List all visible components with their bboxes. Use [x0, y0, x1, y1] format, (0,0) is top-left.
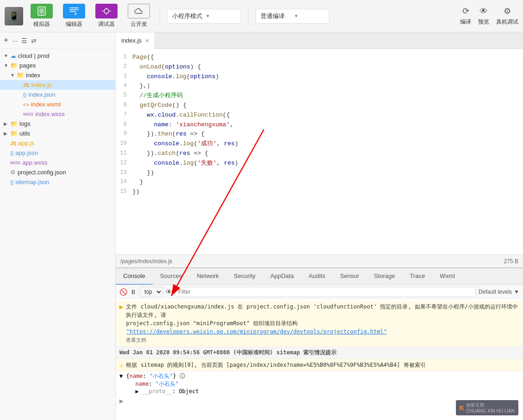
json-icon: {} [10, 150, 13, 156]
devtools-tab-network[interactable]: Network [189, 268, 226, 285]
line-num-7: 7 [116, 111, 132, 120]
sitemap-label: sitemap.json [15, 179, 49, 185]
console-filter-input[interactable] [175, 287, 476, 297]
sidebar-item-index-js[interactable]: ▶ JS index.js [0, 80, 115, 90]
devtools-tab-console[interactable]: Console [116, 268, 153, 285]
json-icon: {} [23, 92, 26, 98]
eye-icon: 👁 [166, 288, 172, 296]
default-levels-button[interactable]: Default levels ▼ [479, 289, 519, 295]
config-doc-link[interactable]: "https://developers.weixin.qq.com/minipr… [126, 328, 387, 335]
sidebar-item-app-wxss[interactable]: ▶ wxss app.wxss [0, 158, 115, 167]
app-wxss-label: app.wxss [22, 159, 47, 166]
index-wxss-label: index.wxss [35, 111, 65, 117]
file-size: 275 B [504, 258, 518, 265]
sidebar: + ··· ☰ ⇄ ▼ ☁ cloud | prod ▼ 📁 pages [0, 32, 116, 420]
filter-button[interactable]: ☰ [21, 37, 27, 44]
console-message-1-text: 文件 cloud/xiaochengxuma/index.js 在 projec… [126, 303, 519, 345]
devtools-toolbar: 🚫 ⏸ top 👁 Default levels ▼ [116, 285, 523, 299]
devtools-tab-audits[interactable]: Audits [301, 268, 333, 285]
tree-name-property: name: "小石头" [119, 380, 519, 388]
collapse-button[interactable]: ⇄ [31, 37, 37, 44]
tab-index-js[interactable]: index.js × [116, 32, 155, 49]
preview-button[interactable]: 👁 预览 [478, 6, 489, 26]
json-icon: {} [10, 179, 13, 185]
default-levels-label: Default levels [479, 289, 512, 295]
svg-rect-1 [39, 8, 44, 13]
console-message-2-text: 根据 sitemap 的规则[0], 当前页面 [pages/index/ind… [126, 361, 519, 369]
tree-root[interactable]: ▼ {name: "小石头"} ⓘ [119, 372, 519, 380]
debugger-icon [95, 4, 118, 19]
compile-dropdown-value: 普通编译 [261, 12, 291, 20]
line-code-1: Page({ [132, 53, 523, 62]
refresh-button[interactable]: ⟳ 编译 [460, 6, 471, 26]
simulator-button[interactable]: 模拟器 [28, 4, 56, 28]
devtools-tab-security[interactable]: Security [226, 268, 263, 285]
sidebar-item-app-json[interactable]: ▶ {} app.json [0, 148, 115, 158]
cloud-button[interactable]: 云开发 [125, 4, 153, 28]
sidebar-item-app-js[interactable]: ▶ JS app.js [0, 138, 115, 148]
svg-point-3 [104, 9, 109, 13]
sidebar-item-cloud-prod[interactable]: ▼ ☁ cloud | prod [0, 51, 115, 61]
add-file-button[interactable]: + [4, 36, 9, 45]
devtools-tab-trace[interactable]: Trace [403, 268, 433, 285]
file-tree: ▼ ☁ cloud | prod ▼ 📁 pages ▼ 📁 index [0, 49, 115, 420]
devtools-tab-wxml[interactable]: Wxml [432, 268, 462, 285]
mode-dropdown[interactable]: 小程序模式 ▼ [167, 9, 241, 24]
line-num-12: 12 [116, 159, 132, 168]
console-clear-button[interactable]: 🚫 [119, 288, 127, 296]
code-line-7: 7 wx.cloud.callFunction({ [116, 111, 523, 120]
js-icon: JS [10, 141, 16, 146]
console-pause-button[interactable]: ⏸ [130, 288, 137, 296]
sidebar-item-project-config[interactable]: ▶ ⚙ project.config.json [0, 167, 115, 177]
sidebar-item-index-wxss[interactable]: ▶ wxss index.wxss [0, 109, 115, 119]
folder-icon: 📁 [17, 72, 24, 79]
devtools-tab-sensor[interactable]: Sensor [333, 268, 367, 285]
editor-icon [63, 4, 85, 19]
debugger-label: 调试器 [98, 20, 115, 28]
folder-icon: 📁 [10, 130, 18, 137]
config-icon: ⚙ [10, 169, 16, 176]
line-code-5: //生成小程序码 [132, 91, 523, 101]
debugger-button[interactable]: 调试器 [93, 4, 120, 28]
logs-label: logs [19, 120, 31, 127]
expand-arrow: ▼ [4, 63, 10, 68]
sidebar-item-utils[interactable]: ▶ 📁 utils [0, 129, 115, 138]
devtools-tab-sources[interactable]: Sources [153, 268, 190, 285]
wxss-icon: wxss [10, 160, 20, 165]
sidebar-item-index-json[interactable]: ▶ {} index.json [0, 90, 115, 99]
realdev-button[interactable]: ⚙ 真机调试 [496, 6, 518, 26]
editor-label: 编辑器 [66, 20, 82, 28]
line-code-10: console.log('成功', res) [132, 139, 523, 149]
editor-button[interactable]: 编辑器 [60, 4, 88, 28]
sidebar-item-index-wxml[interactable]: ▶ <> index.wxml [0, 99, 115, 109]
sidebar-item-logs[interactable]: ▶ 📁 logs [0, 119, 115, 129]
console-message-2: ⚠ 根据 sitemap 的规则[0], 当前页面 [pages/index/i… [116, 359, 523, 371]
line-num-6: 6 [116, 101, 132, 111]
devtools-panel: Console Sources Network Security AppData… [116, 267, 523, 420]
compile-dropdown[interactable]: 普通编译 ▼ [255, 9, 330, 24]
realdev-label: 真机调试 [496, 18, 518, 26]
context-selector[interactable]: top [139, 287, 163, 297]
wxss-icon: wxss [23, 111, 33, 117]
sidebar-item-index-folder[interactable]: ▼ 📁 index [0, 70, 115, 80]
separator-2 [248, 7, 249, 25]
warn-icon-2: ⚠ [119, 361, 123, 369]
close-tab-button[interactable]: × [145, 37, 149, 44]
mode-dropdown-value: 小程序模式 [172, 12, 203, 20]
tree-proto[interactable]: ▶ __proto__: Object [119, 388, 519, 395]
devtools-tab-storage[interactable]: Storage [367, 268, 403, 285]
sidebar-item-sitemap[interactable]: ▶ {} sitemap.json [0, 177, 115, 187]
line-code-9: }).then(res => { [132, 130, 523, 139]
line-num-14: 14 [116, 178, 132, 187]
utils-label: utils [19, 130, 30, 137]
editor-footer: /pages/index/index.js 275 B [116, 254, 523, 267]
sidebar-item-pages[interactable]: ▼ 📁 pages [0, 61, 115, 70]
mode-dropdown-arrow: ▼ [205, 13, 236, 19]
code-line-14: 14 } [116, 178, 523, 187]
folder-icon: 📁 [10, 120, 18, 127]
devtools-tab-appdata[interactable]: AppData [263, 268, 301, 285]
more-options-button[interactable]: ··· [12, 37, 18, 44]
code-editor[interactable]: 1 Page({ 2 onLoad(options) { 3 console.l… [116, 49, 523, 254]
folder-icon: 📁 [10, 62, 18, 69]
line-code-6: getQrCode() { [132, 101, 523, 111]
